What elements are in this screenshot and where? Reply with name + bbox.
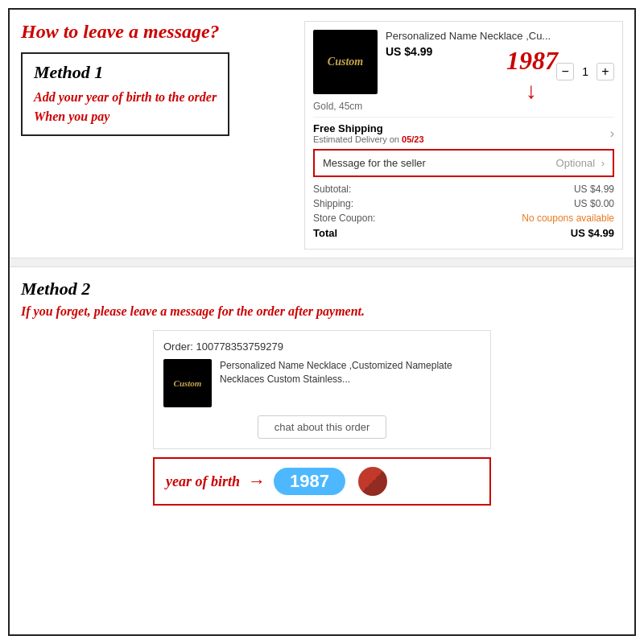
year-birth-label: year of birth bbox=[166, 473, 240, 490]
avatar bbox=[358, 467, 387, 496]
shipping-row: Free Shipping Estimated Delivery on 05/2… bbox=[313, 117, 614, 144]
main-container: How to leave a message? Method 1 Add you… bbox=[8, 8, 636, 636]
optional-text: Optional bbox=[556, 157, 595, 169]
delivery-date: 05/23 bbox=[402, 134, 424, 144]
coupon-label: Store Coupon: bbox=[313, 213, 375, 224]
method1-title: Method 1 bbox=[34, 62, 217, 83]
chat-about-order-button[interactable]: chat about this order bbox=[258, 415, 387, 439]
shipping-info: Free Shipping Estimated Delivery on 05/2… bbox=[313, 122, 424, 144]
year-birth-box: year of birth → 1987 bbox=[153, 457, 491, 506]
subtotal-row: Subtotal: US $4.99 bbox=[313, 182, 614, 196]
order-number: Order: 100778353759279 bbox=[163, 341, 481, 353]
how-to-title: How to leave a message? bbox=[21, 21, 295, 43]
message-chevron-icon: › bbox=[601, 157, 605, 169]
method1-box: Method 1 Add your year of birth to the o… bbox=[21, 52, 229, 136]
subtotal-value: US $4.99 bbox=[574, 184, 614, 195]
coupon-row: Store Coupon: No coupons available bbox=[313, 211, 614, 225]
message-seller-row[interactable]: Message for the seller Optional › bbox=[313, 149, 614, 177]
message-seller-label: Message for the seller bbox=[323, 157, 426, 169]
order-product-row: Custom Personalized Name Necklace ,Custo… bbox=[163, 359, 481, 407]
arrow-down-icon: ↓ bbox=[526, 78, 537, 104]
product-name: Personalized Name Necklace ,Cu... bbox=[386, 30, 614, 42]
method1-description: Add your year of birth to the order When… bbox=[34, 88, 217, 126]
order-product-image: Custom bbox=[163, 359, 212, 407]
shipping-summary-label: Shipping: bbox=[313, 198, 353, 209]
method1-line2: When you pay bbox=[34, 109, 109, 123]
optional-chevron: Optional › bbox=[556, 157, 605, 169]
qty-increase-button[interactable]: + bbox=[597, 63, 614, 80]
arrow-right-icon: → bbox=[248, 471, 266, 492]
total-row: Total US $4.99 bbox=[313, 225, 614, 241]
order-number-value: 100778353759279 bbox=[196, 341, 283, 353]
order-image-text: Custom bbox=[174, 378, 202, 388]
summary-section: Subtotal: US $4.99 Shipping: US $0.00 St… bbox=[313, 182, 614, 241]
order-card: Order: 100778353759279 Custom Personaliz… bbox=[153, 330, 491, 449]
chat-button-container: chat about this order bbox=[163, 415, 481, 439]
method2-title: Method 2 bbox=[21, 279, 623, 299]
product-image: Custom bbox=[313, 30, 378, 94]
order-product-name: Personalized Name Necklace ,Customized N… bbox=[220, 359, 481, 407]
order-number-label: Order: bbox=[163, 341, 193, 353]
left-panel: How to leave a message? Method 1 Add you… bbox=[21, 21, 295, 250]
total-label: Total bbox=[313, 227, 337, 239]
order-panel: 1987 ↓ Custom Personalized Name Necklace… bbox=[304, 21, 623, 250]
year-annotation: 1987 bbox=[506, 46, 558, 76]
coupon-value[interactable]: No coupons available bbox=[522, 213, 614, 224]
product-price: US $4.99 bbox=[386, 45, 614, 58]
qty-value: 1 bbox=[582, 65, 588, 78]
shipping-chevron-icon[interactable]: › bbox=[610, 126, 614, 141]
product-row: Custom Personalized Name Necklace ,Cu...… bbox=[313, 30, 614, 94]
qty-decrease-button[interactable]: − bbox=[556, 63, 574, 80]
product-variant: Gold, 45cm bbox=[313, 101, 614, 112]
section-divider bbox=[10, 258, 634, 267]
total-value: US $4.99 bbox=[571, 227, 614, 239]
method2-description: If you forget, please leave a message fo… bbox=[21, 304, 623, 319]
product-image-text: Custom bbox=[328, 56, 363, 68]
delivery-text: Estimated Delivery on 05/23 bbox=[313, 134, 424, 144]
year-bubble: 1987 bbox=[274, 468, 345, 495]
bottom-section: Method 2 If you forget, please leave a m… bbox=[10, 267, 634, 634]
free-shipping-label: Free Shipping bbox=[313, 122, 424, 134]
qty-row: − 1 + bbox=[386, 63, 614, 80]
shipping-summary-row: Shipping: US $0.00 bbox=[313, 196, 614, 211]
top-section: How to leave a message? Method 1 Add you… bbox=[10, 10, 634, 258]
avatar-inner bbox=[358, 467, 387, 496]
shipping-summary-value: US $0.00 bbox=[574, 198, 614, 209]
method1-line1: Add your year of birth to the order bbox=[34, 90, 217, 104]
subtotal-label: Subtotal: bbox=[313, 184, 351, 195]
product-info: Personalized Name Necklace ,Cu... US $4.… bbox=[386, 30, 614, 94]
